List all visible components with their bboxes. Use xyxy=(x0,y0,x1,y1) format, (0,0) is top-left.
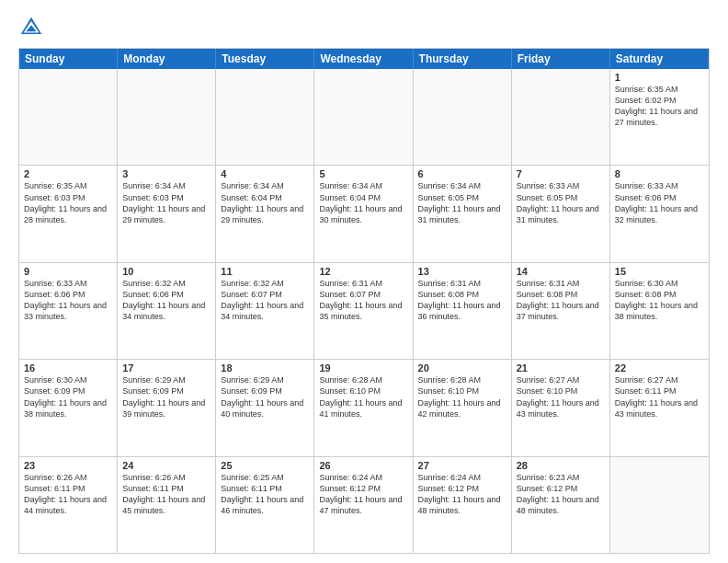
day-info: Sunrise: 6:27 AM Sunset: 6:10 PM Dayligh… xyxy=(517,374,605,419)
day-info: Sunrise: 6:34 AM Sunset: 6:04 PM Dayligh… xyxy=(221,180,309,225)
header xyxy=(18,15,710,40)
day-number: 6 xyxy=(418,168,506,179)
calendar-week-2: 9Sunrise: 6:33 AM Sunset: 6:06 PM Daylig… xyxy=(19,262,709,359)
calendar-day-26: 26Sunrise: 6:24 AM Sunset: 6:12 PM Dayli… xyxy=(314,457,413,553)
day-number: 27 xyxy=(418,460,506,471)
calendar-day-23: 23Sunrise: 6:26 AM Sunset: 6:11 PM Dayli… xyxy=(19,457,118,553)
day-info: Sunrise: 6:27 AM Sunset: 6:11 PM Dayligh… xyxy=(615,374,704,419)
day-number: 22 xyxy=(615,362,704,373)
day-info: Sunrise: 6:31 AM Sunset: 6:07 PM Dayligh… xyxy=(319,278,407,323)
header-cell-thursday: Thursday xyxy=(414,49,512,69)
day-number: 11 xyxy=(221,266,309,277)
day-number: 24 xyxy=(122,460,210,471)
calendar-day-4: 4Sunrise: 6:34 AM Sunset: 6:04 PM Daylig… xyxy=(216,166,314,261)
day-number: 14 xyxy=(517,266,605,277)
calendar-day-18: 18Sunrise: 6:29 AM Sunset: 6:09 PM Dayli… xyxy=(216,360,314,455)
calendar-day-13: 13Sunrise: 6:31 AM Sunset: 6:08 PM Dayli… xyxy=(414,263,512,359)
day-info: Sunrise: 6:30 AM Sunset: 6:09 PM Dayligh… xyxy=(24,374,112,419)
day-info: Sunrise: 6:24 AM Sunset: 6:12 PM Dayligh… xyxy=(319,472,407,517)
calendar-day-1: 1Sunrise: 6:35 AM Sunset: 6:02 PM Daylig… xyxy=(610,69,709,165)
calendar-day-16: 16Sunrise: 6:30 AM Sunset: 6:09 PM Dayli… xyxy=(19,360,118,455)
day-info: Sunrise: 6:26 AM Sunset: 6:11 PM Dayligh… xyxy=(24,472,112,517)
calendar-week-0: 1Sunrise: 6:35 AM Sunset: 6:02 PM Daylig… xyxy=(19,69,709,165)
calendar-day-9: 9Sunrise: 6:33 AM Sunset: 6:06 PM Daylig… xyxy=(19,263,118,359)
day-info: Sunrise: 6:35 AM Sunset: 6:03 PM Dayligh… xyxy=(24,180,112,225)
day-number: 17 xyxy=(122,362,210,373)
calendar-empty-cell xyxy=(118,69,216,165)
day-number: 25 xyxy=(221,460,309,471)
day-info: Sunrise: 6:28 AM Sunset: 6:10 PM Dayligh… xyxy=(319,374,407,419)
calendar-day-28: 28Sunrise: 6:23 AM Sunset: 6:12 PM Dayli… xyxy=(512,457,610,553)
header-cell-sunday: Sunday xyxy=(19,49,118,69)
calendar-day-20: 20Sunrise: 6:28 AM Sunset: 6:10 PM Dayli… xyxy=(414,360,512,455)
day-number: 21 xyxy=(517,362,605,373)
day-info: Sunrise: 6:32 AM Sunset: 6:06 PM Dayligh… xyxy=(122,278,210,323)
day-info: Sunrise: 6:29 AM Sunset: 6:09 PM Dayligh… xyxy=(122,374,210,419)
calendar: SundayMondayTuesdayWednesdayThursdayFrid… xyxy=(18,48,710,554)
day-number: 4 xyxy=(221,168,309,179)
day-info: Sunrise: 6:34 AM Sunset: 6:04 PM Dayligh… xyxy=(319,180,407,225)
calendar-day-17: 17Sunrise: 6:29 AM Sunset: 6:09 PM Dayli… xyxy=(118,360,216,455)
calendar-day-6: 6Sunrise: 6:34 AM Sunset: 6:05 PM Daylig… xyxy=(414,166,512,261)
header-cell-tuesday: Tuesday xyxy=(216,49,314,69)
calendar-week-3: 16Sunrise: 6:30 AM Sunset: 6:09 PM Dayli… xyxy=(19,359,709,455)
day-info: Sunrise: 6:33 AM Sunset: 6:06 PM Dayligh… xyxy=(615,180,704,225)
day-number: 15 xyxy=(615,266,704,277)
calendar-empty-cell xyxy=(414,69,512,165)
day-info: Sunrise: 6:34 AM Sunset: 6:03 PM Dayligh… xyxy=(122,180,210,225)
header-cell-monday: Monday xyxy=(118,49,216,69)
calendar-body: 1Sunrise: 6:35 AM Sunset: 6:02 PM Daylig… xyxy=(19,69,709,553)
logo xyxy=(18,15,48,40)
calendar-week-4: 23Sunrise: 6:26 AM Sunset: 6:11 PM Dayli… xyxy=(19,456,709,553)
day-number: 12 xyxy=(319,266,407,277)
day-info: Sunrise: 6:33 AM Sunset: 6:06 PM Dayligh… xyxy=(24,278,112,323)
calendar-empty-cell xyxy=(610,457,709,553)
day-info: Sunrise: 6:31 AM Sunset: 6:08 PM Dayligh… xyxy=(517,278,605,323)
day-info: Sunrise: 6:24 AM Sunset: 6:12 PM Dayligh… xyxy=(418,472,506,517)
day-number: 3 xyxy=(122,168,210,179)
calendar-day-11: 11Sunrise: 6:32 AM Sunset: 6:07 PM Dayli… xyxy=(216,263,314,359)
calendar-day-12: 12Sunrise: 6:31 AM Sunset: 6:07 PM Dayli… xyxy=(314,263,413,359)
calendar-day-14: 14Sunrise: 6:31 AM Sunset: 6:08 PM Dayli… xyxy=(512,263,610,359)
day-number: 23 xyxy=(24,460,112,471)
calendar-week-1: 2Sunrise: 6:35 AM Sunset: 6:03 PM Daylig… xyxy=(19,165,709,261)
day-number: 28 xyxy=(517,460,605,471)
day-info: Sunrise: 6:26 AM Sunset: 6:11 PM Dayligh… xyxy=(122,472,210,517)
day-number: 2 xyxy=(24,168,112,179)
day-info: Sunrise: 6:30 AM Sunset: 6:08 PM Dayligh… xyxy=(615,278,704,323)
day-number: 19 xyxy=(319,362,407,373)
day-info: Sunrise: 6:32 AM Sunset: 6:07 PM Dayligh… xyxy=(221,278,309,323)
calendar-empty-cell xyxy=(216,69,314,165)
calendar-day-19: 19Sunrise: 6:28 AM Sunset: 6:10 PM Dayli… xyxy=(314,360,413,455)
day-info: Sunrise: 6:23 AM Sunset: 6:12 PM Dayligh… xyxy=(517,472,605,517)
day-number: 9 xyxy=(24,266,112,277)
calendar-day-2: 2Sunrise: 6:35 AM Sunset: 6:03 PM Daylig… xyxy=(19,166,118,261)
calendar-day-21: 21Sunrise: 6:27 AM Sunset: 6:10 PM Dayli… xyxy=(512,360,610,455)
day-info: Sunrise: 6:34 AM Sunset: 6:05 PM Dayligh… xyxy=(418,180,506,225)
day-number: 13 xyxy=(418,266,506,277)
day-number: 26 xyxy=(319,460,407,471)
calendar-day-10: 10Sunrise: 6:32 AM Sunset: 6:06 PM Dayli… xyxy=(118,263,216,359)
header-cell-saturday: Saturday xyxy=(610,49,709,69)
calendar-day-27: 27Sunrise: 6:24 AM Sunset: 6:12 PM Dayli… xyxy=(414,457,512,553)
day-info: Sunrise: 6:25 AM Sunset: 6:11 PM Dayligh… xyxy=(221,472,309,517)
header-cell-friday: Friday xyxy=(512,49,610,69)
day-info: Sunrise: 6:31 AM Sunset: 6:08 PM Dayligh… xyxy=(418,278,506,323)
calendar-day-7: 7Sunrise: 6:33 AM Sunset: 6:05 PM Daylig… xyxy=(512,166,610,261)
calendar-day-3: 3Sunrise: 6:34 AM Sunset: 6:03 PM Daylig… xyxy=(118,166,216,261)
day-number: 10 xyxy=(122,266,210,277)
calendar-header: SundayMondayTuesdayWednesdayThursdayFrid… xyxy=(19,49,709,69)
day-number: 8 xyxy=(615,168,704,179)
calendar-empty-cell xyxy=(19,69,118,165)
day-info: Sunrise: 6:28 AM Sunset: 6:10 PM Dayligh… xyxy=(418,374,506,419)
calendar-day-8: 8Sunrise: 6:33 AM Sunset: 6:06 PM Daylig… xyxy=(610,166,709,261)
day-info: Sunrise: 6:33 AM Sunset: 6:05 PM Dayligh… xyxy=(517,180,605,225)
calendar-day-15: 15Sunrise: 6:30 AM Sunset: 6:08 PM Dayli… xyxy=(610,263,709,359)
calendar-empty-cell xyxy=(314,69,413,165)
day-info: Sunrise: 6:29 AM Sunset: 6:09 PM Dayligh… xyxy=(221,374,309,419)
day-info: Sunrise: 6:35 AM Sunset: 6:02 PM Dayligh… xyxy=(615,84,704,129)
day-number: 18 xyxy=(221,362,309,373)
calendar-day-22: 22Sunrise: 6:27 AM Sunset: 6:11 PM Dayli… xyxy=(610,360,709,455)
day-number: 20 xyxy=(418,362,506,373)
logo-icon xyxy=(18,15,44,40)
